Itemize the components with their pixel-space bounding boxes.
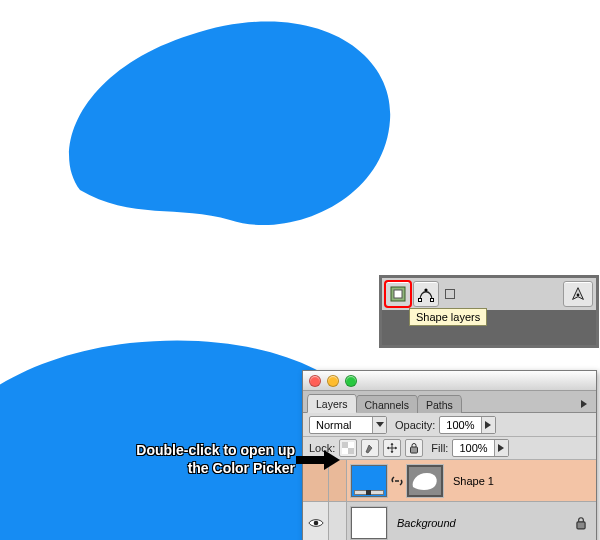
layer-vector-mask-thumbnail[interactable]	[407, 465, 443, 497]
tab-layers[interactable]: Layers	[307, 394, 357, 413]
blend-mode-value: Normal	[310, 419, 372, 431]
callout-arrow-icon	[296, 450, 342, 470]
svg-rect-3	[431, 299, 434, 302]
opacity-field[interactable]: 100%	[439, 416, 495, 434]
tab-channels[interactable]: Channels	[356, 395, 418, 413]
svg-rect-13	[577, 521, 585, 528]
mode-paths-button[interactable]	[413, 281, 439, 307]
lock-pixels-button[interactable]	[361, 439, 379, 457]
svg-rect-9	[342, 448, 348, 454]
svg-rect-10	[411, 447, 418, 453]
link-icon	[390, 474, 404, 488]
layer-row-shape1[interactable]: Shape 1	[303, 460, 596, 502]
visibility-toggle[interactable]	[303, 502, 329, 540]
svg-point-4	[424, 288, 427, 291]
lock-position-button[interactable]	[383, 439, 401, 457]
fill-value: 100%	[453, 442, 493, 454]
layers-panel: Layers Channels Paths Normal Opacity: 10…	[302, 370, 597, 540]
opacity-flyout-icon	[481, 417, 495, 433]
panel-menu-button[interactable]	[576, 396, 592, 412]
svg-point-12	[313, 520, 318, 525]
callout-line2: the Color Picker	[188, 460, 295, 476]
pen-tool-dropdown[interactable]	[563, 281, 593, 307]
layer-name[interactable]: Shape 1	[447, 475, 494, 487]
pen-tool-options-bar: Shape layers	[379, 275, 599, 348]
svg-rect-8	[348, 442, 354, 448]
svg-rect-6	[342, 442, 348, 448]
layer-fill-thumbnail[interactable]	[351, 465, 387, 497]
fill-label: Fill:	[431, 442, 448, 454]
layers-list: Shape 1 Background	[303, 460, 596, 540]
opacity-value: 100%	[440, 419, 480, 431]
blend-mode-dropdown[interactable]: Normal	[309, 416, 387, 434]
svg-point-5	[577, 294, 580, 297]
window-close-icon[interactable]	[309, 375, 321, 387]
lock-all-button[interactable]	[405, 439, 423, 457]
lock-icon	[574, 516, 588, 530]
svg-rect-2	[419, 299, 422, 302]
tab-paths[interactable]: Paths	[417, 395, 462, 413]
layer-row-background[interactable]: Background	[303, 502, 596, 540]
svg-rect-1	[394, 290, 402, 298]
window-zoom-icon[interactable]	[345, 375, 357, 387]
window-minimize-icon[interactable]	[327, 375, 339, 387]
callout-text: Double-click to open up the Color Picker	[55, 442, 295, 477]
mode-shape-layers-button[interactable]	[385, 281, 411, 307]
canvas-shape-top	[60, 10, 400, 250]
layer-name[interactable]: Background	[391, 517, 456, 529]
mode-fill-pixels-button[interactable]	[445, 289, 455, 299]
fill-field[interactable]: 100%	[452, 439, 508, 457]
fill-flyout-icon	[494, 440, 508, 456]
link-cell[interactable]	[329, 502, 347, 540]
opacity-label: Opacity:	[395, 419, 435, 431]
tooltip-shape-layers: Shape layers	[409, 308, 487, 326]
svg-rect-7	[348, 448, 354, 454]
chevron-down-icon	[372, 417, 386, 433]
layer-thumbnail[interactable]	[351, 507, 387, 539]
callout-line1: Double-click to open up	[136, 442, 295, 458]
panel-titlebar[interactable]	[303, 371, 596, 391]
